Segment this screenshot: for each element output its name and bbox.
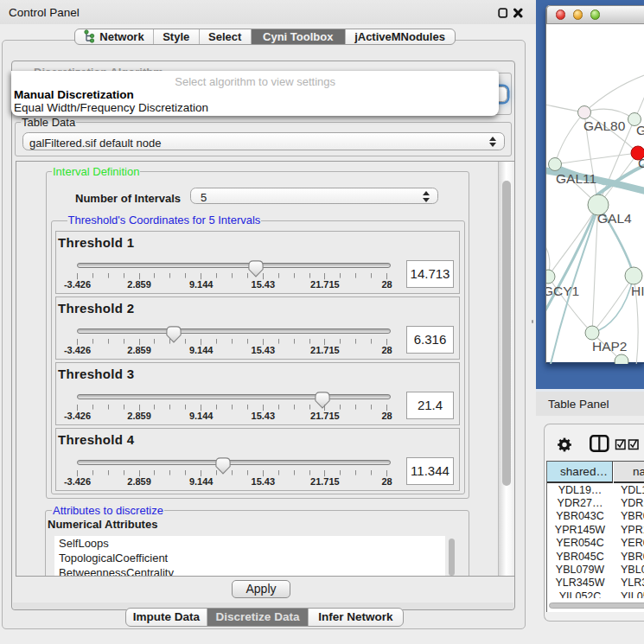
svg-text:GAL4: GAL4: [597, 211, 632, 226]
svg-text:HAP2: HAP2: [592, 339, 628, 354]
svg-text:GAL80: GAL80: [583, 118, 626, 133]
svg-text:CDC: CDC: [638, 156, 644, 170]
svg-text:GAL7: GAL7: [636, 123, 644, 137]
svg-text:GAL11: GAL11: [556, 171, 596, 186]
svg-text:HIS4: HIS4: [631, 284, 644, 298]
svg-text:GCY1: GCY1: [546, 284, 579, 298]
